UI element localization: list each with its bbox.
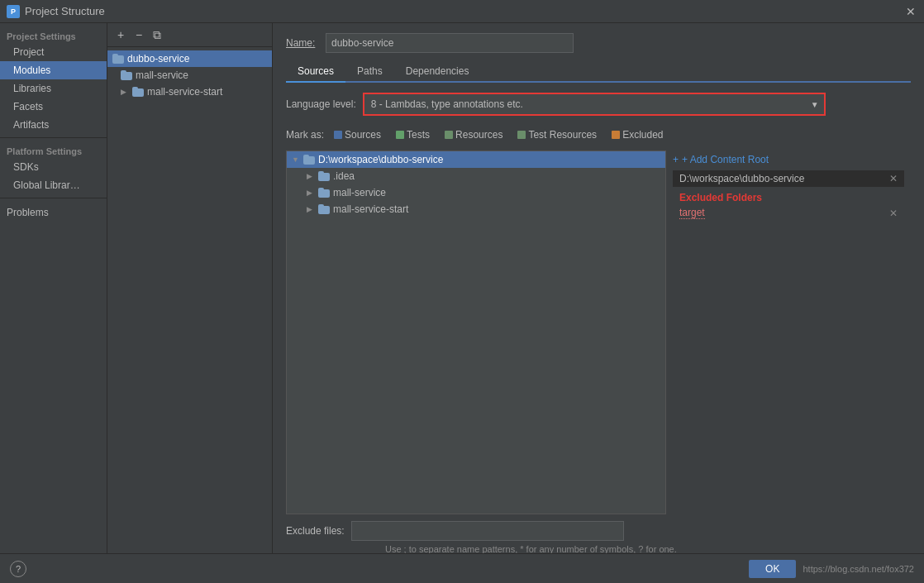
project-settings-label: Project Settings (0, 26, 107, 43)
tab-dependencies[interactable]: Dependencies (394, 61, 481, 81)
sidebar-item-sdks[interactable]: SDKs (0, 158, 107, 176)
file-tree-root[interactable]: ▼ D:\workspace\dubbo-service (287, 151, 665, 168)
add-icon: + (673, 154, 679, 165)
tab-paths[interactable]: Paths (345, 61, 394, 81)
content-root-path: D:\workspace\dubbo-service ✕ (673, 170, 904, 187)
name-row: Name: (286, 33, 911, 53)
resources-color-dot (445, 131, 453, 139)
remove-module-button[interactable]: − (131, 26, 147, 43)
mark-tests-button[interactable]: Tests (391, 127, 435, 142)
folder-icon (132, 87, 144, 97)
window-title: Project Structure (25, 5, 105, 17)
ok-button[interactable]: OK (749, 560, 796, 578)
sidebar-item-global-libraries[interactable]: Global Librar… (0, 176, 107, 194)
test-resources-color-dot (517, 131, 526, 139)
mark-sources-button[interactable]: Sources (329, 127, 386, 142)
tab-sources[interactable]: Sources (286, 61, 345, 83)
expand-arrow-icon: ▼ (292, 155, 300, 164)
expand-arrow-icon: ▶ (307, 189, 315, 197)
copy-module-button[interactable]: ⧉ (149, 26, 165, 43)
exclude-files-row: Exclude files: (286, 521, 911, 541)
title-bar-left: P Project Structure (7, 5, 105, 18)
language-level-row: Language level: 8 - Lambdas, type annota… (286, 93, 911, 116)
mark-excluded-button[interactable]: Excluded (607, 127, 668, 142)
tests-color-dot (396, 131, 404, 139)
language-level-select[interactable]: 8 - Lambdas, type annotations etc. 9 - M… (363, 93, 826, 116)
folder-icon (121, 70, 132, 80)
content-panel: Name: Sources Paths Dependencies Languag… (273, 23, 924, 583)
expand-arrow-icon: ▶ (307, 205, 315, 213)
folder-icon (303, 155, 315, 165)
file-tree-mall-service-start[interactable]: ▶ mall-service-start (287, 201, 665, 217)
excluded-color-dot (612, 131, 620, 139)
footer: ? OK https://blog.csdn.net/fox372 (0, 553, 924, 583)
folder-icon (318, 171, 330, 181)
folder-icon (112, 54, 124, 64)
mark-test-resources-button[interactable]: Test Resources (512, 127, 602, 142)
sidebar-item-facets[interactable]: Facets (0, 98, 107, 116)
add-module-button[interactable]: + (112, 26, 129, 43)
tabs-row: Sources Paths Dependencies (286, 61, 911, 83)
folder-icon (318, 204, 330, 214)
content-split: ▼ D:\workspace\dubbo-service ▶ .idea ▶ m… (286, 151, 911, 514)
file-tree-mall-service[interactable]: ▶ mall-service (287, 184, 665, 201)
language-level-select-wrapper: 8 - Lambdas, type annotations etc. 9 - M… (363, 93, 826, 116)
expand-arrow-icon: ▶ (121, 88, 129, 96)
remove-content-root-button[interactable]: ✕ (889, 173, 898, 184)
app-icon: P (7, 5, 20, 18)
remove-excluded-button[interactable]: ✕ (889, 208, 898, 219)
module-name-input[interactable] (326, 33, 574, 53)
sidebar-item-project[interactable]: Project (0, 43, 107, 61)
sources-color-dot (334, 131, 342, 139)
module-tree: dubbo-service mall-service ▶ mall-servic… (107, 47, 272, 583)
sidebar-item-artifacts[interactable]: Artifacts (0, 116, 107, 134)
name-label: Name: (286, 37, 319, 49)
mark-as-label: Mark as: (286, 129, 324, 141)
sidebar-item-modules[interactable]: Modules (0, 61, 107, 79)
excluded-item: target ✕ (673, 205, 904, 221)
mark-as-row: Mark as: Sources Tests Resources Test Re… (286, 127, 911, 142)
sidebar-divider-2 (0, 198, 107, 198)
add-content-root-button[interactable]: + + Add Content Root (673, 154, 904, 165)
tree-item-mall-service[interactable]: mall-service (107, 67, 272, 84)
close-button[interactable]: ✕ (904, 5, 917, 18)
title-bar: P Project Structure ✕ (0, 0, 924, 23)
info-panel: + + Add Content Root D:\workspace\dubbo-… (666, 151, 911, 514)
file-tree: ▼ D:\workspace\dubbo-service ▶ .idea ▶ m… (286, 151, 666, 514)
url-text: https://blog.csdn.net/fox372 (803, 564, 914, 574)
tree-item-mall-service-start[interactable]: ▶ mall-service-start (107, 84, 272, 100)
excluded-folders-label: Excluded Folders (673, 189, 904, 205)
tree-item-dubbo-service[interactable]: dubbo-service (107, 50, 272, 67)
sidebar-divider (0, 137, 107, 138)
sidebar-item-libraries[interactable]: Libraries (0, 79, 107, 98)
sidebar: Project Settings Project Modules Librari… (0, 23, 107, 583)
folder-icon (318, 188, 330, 198)
sidebar-item-problems[interactable]: Problems (0, 202, 107, 222)
excluded-item-name: target (679, 207, 705, 219)
module-tree-panel: + − ⧉ dubbo-service mall-service ▶ mall-… (107, 23, 273, 583)
expand-arrow-icon: ▶ (307, 172, 315, 180)
footer-right: OK https://blog.csdn.net/fox372 (749, 560, 914, 578)
help-button[interactable]: ? (10, 561, 26, 577)
platform-settings-label: Platform Settings (0, 141, 107, 158)
language-level-label: Language level: (286, 98, 356, 110)
mark-resources-button[interactable]: Resources (440, 127, 507, 142)
tree-toolbar: + − ⧉ (107, 23, 272, 47)
main-container: Project Settings Project Modules Librari… (0, 23, 924, 583)
exclude-files-input[interactable] (351, 521, 624, 541)
file-tree-idea[interactable]: ▶ .idea (287, 168, 665, 184)
exclude-files-label: Exclude files: (286, 525, 345, 537)
